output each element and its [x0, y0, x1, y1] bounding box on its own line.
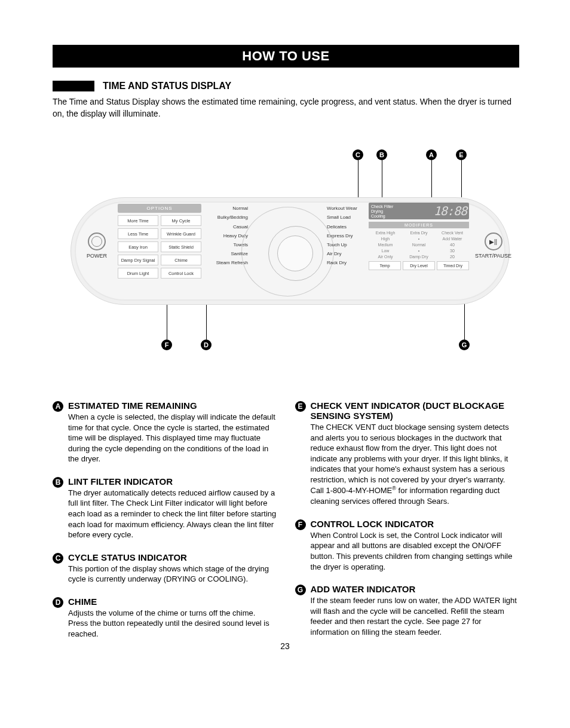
- modifier-cell: Medium: [369, 243, 402, 247]
- modifier-cell: Add Water: [436, 237, 469, 241]
- leader-line: [167, 304, 167, 339]
- item-text: This portion of the display shows which …: [68, 564, 277, 585]
- subhead-block: [53, 81, 94, 91]
- item-title: CYCLE STATUS INDICATOR: [68, 552, 277, 562]
- item-text: If the steam feeder runs low on water, t…: [311, 595, 520, 637]
- description-item: ECHECK VENT INDICATOR (DUCT BLOCKAGE SEN…: [295, 400, 520, 507]
- modifier-cell: Low: [369, 249, 402, 253]
- option-row: Drum LightControl Lock: [118, 268, 201, 279]
- option-button: Wrinkle Guard: [161, 228, 201, 239]
- modifier-cell: Air Only: [369, 255, 402, 259]
- modifier-buttons: TempDry LevelTimed Dry: [369, 261, 469, 270]
- callouts-top-left: C B: [353, 149, 387, 160]
- leader-line: [461, 160, 462, 197]
- status-line: Drying: [371, 209, 393, 213]
- item-text: When a cycle is selected, the display wi…: [68, 412, 277, 464]
- item-bullet: E: [295, 401, 306, 412]
- modifier-cell: •: [402, 249, 436, 253]
- item-text: The CHECK VENT duct blockage sensing sys…: [311, 422, 520, 507]
- section-banner: HOW TO USE: [53, 45, 519, 68]
- item-bullet: F: [295, 519, 306, 530]
- modifier-cell: •: [402, 237, 436, 241]
- option-row: Less TimeWrinkle Guard: [118, 228, 201, 239]
- cycle-label: Bulky/Bedding: [207, 213, 248, 222]
- modifier-cell: Extra High: [369, 231, 402, 235]
- option-row: Easy IronStatic Shield: [118, 241, 201, 252]
- item-bullet: A: [53, 401, 63, 412]
- intro-text: The Time and Status Display shows the es…: [53, 96, 519, 120]
- control-panel-diagram: C B A E F D G POWER: [53, 155, 519, 347]
- callout-d: D: [201, 339, 212, 350]
- cycle-label: Casual: [207, 222, 248, 231]
- page-number: 23: [0, 641, 570, 651]
- modifier-cell: Normal: [402, 243, 436, 247]
- option-row: Damp Dry SignalChime: [118, 255, 201, 265]
- callouts-bottom-left: F D: [161, 339, 212, 350]
- option-button: Static Shield: [161, 241, 201, 252]
- description-item: AESTIMATED TIME REMAININGWhen a cycle is…: [53, 400, 277, 464]
- cycle-label: Rack Dry: [327, 258, 364, 267]
- leader-line: [358, 160, 358, 197]
- item-text: Adjusts the volume of the chime or turns…: [68, 608, 277, 640]
- item-title: CONTROL LOCK INDICATOR: [311, 519, 520, 529]
- description-columns: AESTIMATED TIME REMAININGWhen a cycle is…: [53, 400, 519, 651]
- options-header: OPTIONS: [118, 204, 201, 213]
- item-text: When Control Lock is set, the Control Lo…: [311, 530, 520, 572]
- callout-a: A: [426, 149, 437, 160]
- item-body: CYCLE STATUS INDICATORThis portion of th…: [68, 552, 277, 585]
- description-item: FCONTROL LOCK INDICATORWhen Control Lock…: [295, 519, 520, 572]
- option-button: Damp Dry Signal: [118, 255, 158, 265]
- status-line: Cooling: [371, 214, 393, 218]
- cycle-label: Workout Wear: [327, 204, 364, 213]
- item-body: CONTROL LOCK INDICATORWhen Control Lock …: [311, 519, 520, 572]
- callout-e: E: [456, 149, 467, 160]
- start-pause-label: START/PAUSE: [475, 253, 511, 259]
- item-title: LINT FILTER INDICATOR: [68, 476, 277, 487]
- modifier-cell: 20: [436, 255, 469, 259]
- item-bullet: G: [295, 585, 306, 595]
- callouts-top-right: A E: [426, 149, 467, 160]
- description-item: DCHIMEAdjusts the volume of the chime or…: [53, 597, 277, 640]
- cycle-label: Express Dry: [327, 231, 364, 240]
- option-button: Less Time: [118, 228, 158, 239]
- item-title: ADD WATER INDICATOR: [311, 584, 520, 594]
- modifier-cell: Damp Dry: [402, 255, 436, 259]
- left-column: AESTIMATED TIME REMAININGWhen a cycle is…: [53, 400, 277, 651]
- option-button: More Time: [118, 215, 158, 226]
- modifiers-header: MODIFIERS: [369, 222, 469, 228]
- item-text: The dryer automatically detects reduced …: [68, 488, 277, 540]
- power-button: POWER: [87, 233, 107, 259]
- cycle-dial: [253, 207, 322, 296]
- cycle-label: Small Load: [327, 213, 364, 222]
- status-display: Check FilterDryingCooling 18:88 MODIFIER…: [369, 203, 469, 270]
- dryer-control-panel: POWER OPTIONS More TimeMy CycleLess Time…: [71, 197, 510, 305]
- options-column: OPTIONS More TimeMy CycleLess TimeWrinkl…: [118, 204, 201, 279]
- leader-line: [382, 160, 382, 197]
- option-button: Control Lock: [161, 268, 201, 279]
- callouts-bottom-right: G: [459, 339, 470, 350]
- item-title: ESTIMATED TIME REMAINING: [68, 400, 277, 411]
- cycle-label: Normal: [207, 204, 248, 213]
- subhead-row: TIME AND STATUS DISPLAY: [53, 81, 519, 91]
- modifier-button: Timed Dry: [437, 261, 469, 270]
- status-top-bar: Check FilterDryingCooling 18:88: [369, 203, 469, 219]
- modifier-cell: High: [369, 237, 402, 241]
- callout-f: F: [161, 339, 172, 350]
- item-title: CHIME: [68, 597, 277, 607]
- leader-line: [206, 304, 207, 339]
- item-bullet: B: [53, 477, 63, 488]
- option-button: Chime: [161, 255, 201, 265]
- cycle-label: Heavy Duty: [207, 231, 248, 240]
- cycle-label: Touch Up: [327, 240, 364, 249]
- modifier-cell: Check Vent: [436, 231, 469, 235]
- description-item: CCYCLE STATUS INDICATORThis portion of t…: [53, 552, 277, 585]
- modifier-button: Temp: [369, 261, 401, 270]
- cycle-label: Delicates: [327, 222, 364, 231]
- subhead-title: TIME AND STATUS DISPLAY: [103, 81, 231, 91]
- item-body: ADD WATER INDICATORIf the steam feeder r…: [311, 584, 520, 637]
- cycle-list-right: Workout WearSmall LoadDelicatesExpress D…: [327, 204, 364, 267]
- status-line: Check Filter: [371, 204, 393, 209]
- item-bullet: C: [53, 553, 63, 564]
- item-bullet: D: [53, 597, 63, 608]
- right-column: ECHECK VENT INDICATOR (DUCT BLOCKAGE SEN…: [295, 400, 520, 651]
